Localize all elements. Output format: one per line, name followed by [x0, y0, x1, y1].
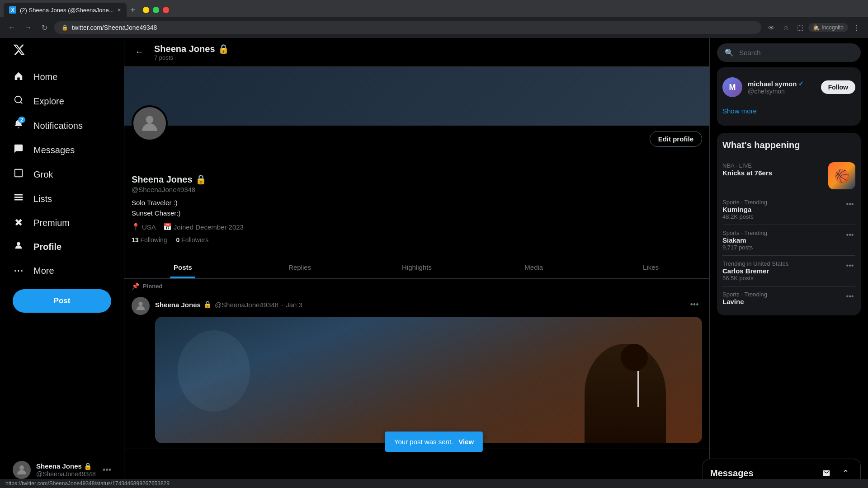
sidebar-label-premium: Premium — [33, 218, 70, 228]
trend-more-button-siakam[interactable]: ••• — [844, 230, 855, 240]
trend-category-lavine: Sports · Trending — [722, 291, 839, 298]
list-item[interactable]: Sports · Trending Siakam 9,717 posts ••• — [722, 225, 855, 256]
sidebar-nav: Home Explore 2 Notifications Message — [5, 65, 118, 282]
profile-meta: 📍 USA 📅 Joined December 2023 — [132, 223, 702, 231]
trend-info-knicks: NBA · LIVE Knicks at 76ers — [722, 162, 823, 177]
sidebar-item-home[interactable]: Home — [5, 65, 118, 89]
tab-replies[interactable]: Replies — [241, 256, 359, 278]
minimize-button[interactable]: − — [143, 7, 149, 13]
show-more-link[interactable]: Show more — [722, 102, 855, 120]
menu-button[interactable]: ⋮ — [850, 21, 863, 34]
trend-name-kuminga: Kuminga — [722, 206, 839, 213]
lists-icon — [13, 192, 24, 205]
trend-more-button-carlos[interactable]: ••• — [844, 260, 855, 271]
explore-icon — [13, 95, 24, 108]
back-button[interactable]: ← — [5, 21, 18, 34]
search-box[interactable]: 🔍 — [717, 43, 861, 62]
tab-bar: X (2) Sheena Jones (@SheenaJone... × + −… — [0, 0, 868, 17]
svg-point-9 — [138, 302, 142, 306]
follow-handle-michael-symon: @chefsymon — [748, 88, 816, 95]
table-row: Sheena Jones 🔒 @SheenaJone49348 · Jan 3 … — [124, 291, 709, 449]
home-icon — [13, 70, 24, 83]
follow-button-michael-symon[interactable]: Follow — [821, 80, 855, 94]
sidebar-item-more[interactable]: ⋯ More — [5, 259, 118, 282]
sidebar-label-profile: Profile — [33, 242, 61, 252]
followers-stat[interactable]: 0 Followers — [176, 236, 209, 244]
sidebar-item-notifications[interactable]: 2 Notifications — [5, 114, 118, 137]
trend-count-kuminga: 48.2K posts — [722, 213, 839, 220]
post-image — [155, 317, 702, 443]
list-item[interactable]: Sports · Trending Kuminga 48.2K posts ••… — [722, 194, 855, 225]
trend-name-carlos: Carlos Bremer — [722, 267, 839, 275]
profile-header-bar: ← Sheena Jones 🔒 7 posts — [124, 38, 709, 67]
sidebar-label-notifications: Notifications — [33, 121, 83, 131]
maximize-button[interactable]: □ — [153, 7, 159, 13]
trend-more-button-lavine[interactable]: ••• — [844, 291, 855, 302]
messages-icon — [13, 144, 24, 156]
list-item[interactable]: NBA · LIVE Knicks at 76ers 🏀 — [722, 158, 855, 194]
tab-media[interactable]: Media — [475, 256, 592, 278]
toast-message: Your post was sent. — [394, 438, 453, 446]
tab-likes[interactable]: Likes — [592, 256, 709, 278]
back-button[interactable]: ← — [132, 45, 147, 60]
search-icon: 🔍 — [725, 48, 734, 57]
sidebar-item-grok[interactable]: Grok — [5, 163, 118, 186]
close-button[interactable]: × — [163, 7, 169, 13]
profile-display-name: Sheena Jones 🔒 — [132, 174, 702, 185]
tab-view-icon[interactable]: ⬚ — [794, 21, 807, 34]
url-display: twitter.com/SheenaJone49348 — [72, 24, 157, 31]
following-stat[interactable]: 13 Following — [132, 236, 167, 244]
follow-name-michael-symon: michael symon ✓ — [748, 80, 816, 88]
new-message-icon[interactable] — [819, 465, 834, 481]
address-bar[interactable]: 🔒 twitter.com/SheenaJone49348 — [54, 21, 761, 34]
list-item[interactable]: Trending in United States Carlos Bremer … — [722, 256, 855, 286]
list-item[interactable]: Sports · Trending Lavine ••• — [722, 286, 855, 310]
pin-icon: 📌 — [132, 282, 139, 290]
post-more-button[interactable]: ••• — [687, 297, 702, 312]
forward-button[interactable]: → — [22, 21, 34, 34]
messages-actions: ⌃ — [819, 465, 853, 481]
trend-info-lavine: Sports · Trending Lavine — [722, 291, 839, 305]
tab-highlights[interactable]: Highlights — [359, 256, 476, 278]
trend-more-button-kuminga[interactable]: ••• — [844, 199, 855, 210]
post-button[interactable]: Post — [13, 289, 111, 313]
premium-icon: ✖ — [13, 217, 24, 229]
collapse-messages-icon[interactable]: ⌃ — [838, 465, 853, 481]
sidebar-label-explore: Explore — [33, 96, 64, 107]
refresh-button[interactable]: ↻ — [38, 21, 51, 34]
sidebar-item-messages[interactable]: Messages — [5, 138, 118, 162]
sidebar-item-explore[interactable]: Explore — [5, 89, 118, 113]
profile-bio-line2: Sunset Chaser:) — [132, 208, 702, 219]
trend-info-siakam: Sports · Trending Siakam 9,717 posts — [722, 230, 839, 251]
tab-posts[interactable]: Posts — [124, 256, 241, 278]
trend-info-kuminga: Sports · Trending Kuminga 48.2K posts — [722, 199, 839, 220]
profile-header-lock-icon: 🔒 — [218, 43, 229, 54]
bookmark-icon[interactable]: ☆ — [779, 21, 792, 34]
browser-chrome: X (2) Sheena Jones (@SheenaJone... × + −… — [0, 0, 868, 38]
edit-profile-button[interactable]: Edit profile — [650, 131, 702, 147]
sidebar-label-home: Home — [33, 72, 57, 82]
window-controls: − □ × — [143, 7, 169, 13]
sidebar-logo[interactable] — [5, 38, 118, 63]
new-tab-button[interactable]: + — [127, 4, 139, 16]
app-container: Home Explore 2 Notifications Message — [0, 38, 868, 488]
trend-name-lavine: Lavine — [722, 298, 839, 305]
svg-rect-4 — [14, 197, 23, 198]
trend-image-knicks: 🏀 — [828, 162, 855, 189]
sidebar-item-lists[interactable]: Lists — [5, 187, 118, 211]
trending-title: What's happening — [722, 138, 855, 152]
incognito-badge: 🕵 Incognito — [808, 23, 848, 32]
search-input[interactable] — [739, 49, 853, 56]
sidebar-item-premium[interactable]: ✖ Premium — [5, 211, 118, 234]
svg-rect-2 — [15, 169, 23, 177]
post-body: Sheena Jones 🔒 @SheenaJone49348 · Jan 3 … — [155, 297, 702, 443]
svg-point-6 — [17, 242, 20, 245]
active-tab[interactable]: X (2) Sheena Jones (@SheenaJone... × — [4, 3, 127, 17]
sidebar-item-profile[interactable]: Profile — [5, 235, 118, 258]
profile-joined: 📅 Joined December 2023 — [163, 223, 244, 231]
toast-view-link[interactable]: View — [458, 438, 474, 446]
tab-close-button[interactable]: × — [118, 6, 121, 14]
trend-name-siakam: Siakam — [722, 236, 839, 244]
right-sidebar: 🔍 M michael symon ✓ @chefsymon Follow Sh… — [710, 38, 868, 488]
profile-stats: 13 Following 0 Followers — [132, 236, 702, 244]
